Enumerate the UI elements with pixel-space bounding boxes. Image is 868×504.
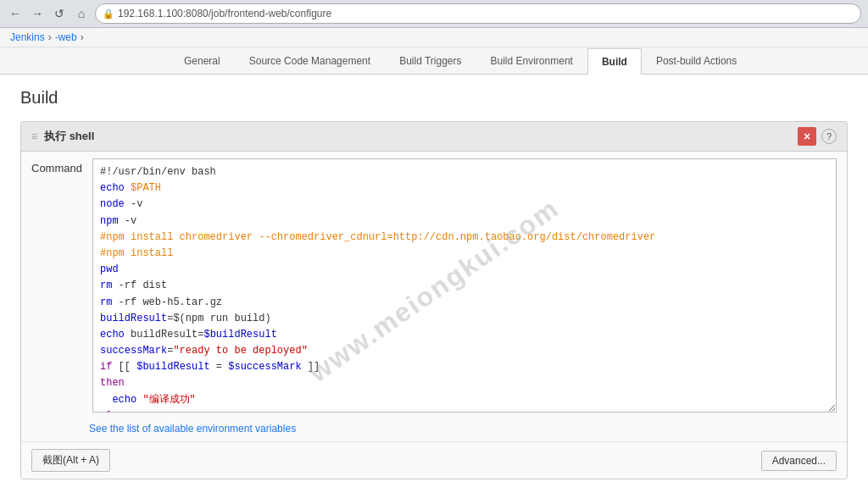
command-textarea[interactable]: #!/usr/bin/env bash echo $PATH node -v n… (92, 158, 837, 413)
env-vars-link: See the list of available environment va… (21, 419, 847, 441)
screenshot-button[interactable]: 截图(Alt + A) (31, 449, 110, 472)
lock-icon: 🔒 (103, 8, 114, 19)
breadcrumb: Jenkins › -web › (0, 28, 868, 47)
section-actions: 截图(Alt + A) Advanced... (21, 441, 847, 479)
browser-toolbar: ← → ↺ ⌂ 🔒 192.168.1.100:8080/job/fronten… (0, 0, 868, 27)
breadcrumb-separator-1: › (48, 31, 52, 43)
tab-post-build[interactable]: Post-build Actions (642, 47, 751, 74)
build-section: ≡ 执行 shell × ? Command #!/usr/bin/env ba… (20, 121, 848, 479)
job-breadcrumb[interactable]: -web (55, 31, 77, 43)
section-header: ≡ 执行 shell × ? (21, 122, 847, 152)
tab-scm[interactable]: Source Code Management (235, 47, 385, 74)
env-vars-anchor[interactable]: See the list of available environment va… (89, 423, 296, 435)
tab-build[interactable]: Build (587, 48, 642, 75)
tab-general[interactable]: General (170, 47, 235, 74)
section-header-left: ≡ 执行 shell (31, 129, 94, 144)
url-text: 192.168.1.100:8080/job/frontend-web/conf… (118, 8, 331, 19)
browser-chrome: ← → ↺ ⌂ 🔒 192.168.1.100:8080/job/fronten… (0, 0, 868, 28)
help-button[interactable]: ? (821, 129, 837, 144)
breadcrumb-separator-2: › (81, 31, 84, 43)
page-title: Build (20, 88, 848, 108)
tabs-container: General Source Code Management Build Tri… (0, 47, 868, 75)
reload-button[interactable]: ↺ (51, 5, 68, 22)
command-label: Command (31, 158, 82, 413)
tab-environment[interactable]: Build Environment (476, 47, 587, 74)
section-title: 执行 shell (44, 129, 94, 144)
forward-button[interactable]: → (29, 5, 46, 22)
back-button[interactable]: ← (7, 5, 24, 22)
drag-handle-icon: ≡ (31, 130, 37, 142)
content-wrapper: Build ≡ 执行 shell × ? Command (0, 75, 868, 504)
tab-triggers[interactable]: Build Triggers (385, 47, 476, 74)
code-content: #!/usr/bin/env bash echo $PATH node -v n… (100, 164, 829, 413)
page-area: Build ≡ 执行 shell × ? Command (0, 75, 868, 504)
home-button[interactable]: ⌂ (73, 5, 90, 22)
address-bar[interactable]: 🔒 192.168.1.100:8080/job/frontend-web/co… (95, 3, 861, 24)
advanced-button[interactable]: Advanced... (761, 451, 837, 471)
jenkins-breadcrumb-link[interactable]: Jenkins (10, 31, 45, 43)
main-content: Build ≡ 执行 shell × ? Command (0, 75, 868, 504)
command-area: Command #!/usr/bin/env bash echo $PATH n… (21, 152, 847, 419)
delete-section-button[interactable]: × (798, 127, 816, 146)
